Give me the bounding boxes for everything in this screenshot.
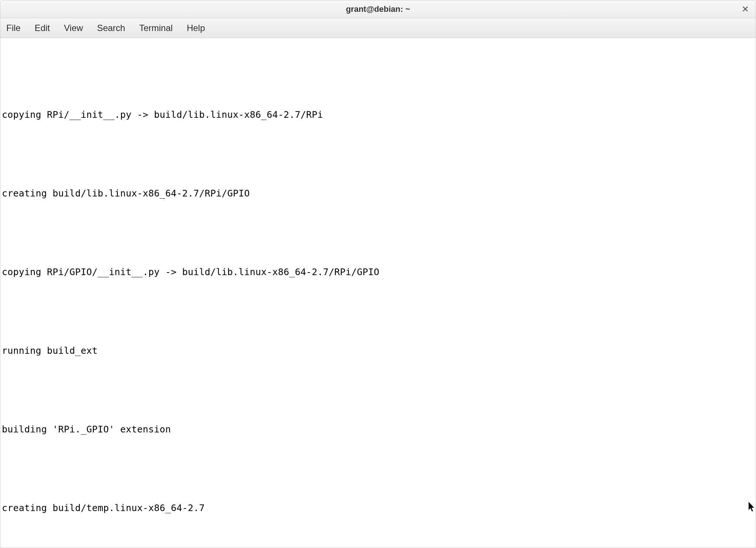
terminal-window: grant@debian: ~ ✕ File Edit View Search … bbox=[0, 0, 756, 548]
terminal-line: creating build/temp.linux-x86_64-2.7 bbox=[2, 501, 754, 515]
window-title: grant@debian: ~ bbox=[346, 4, 410, 14]
terminal-line bbox=[2, 147, 754, 161]
terminal-line: copying RPi/__init__.py -> build/lib.lin… bbox=[2, 108, 754, 121]
terminal-line bbox=[2, 462, 754, 475]
terminal-line bbox=[2, 69, 754, 82]
terminal-line bbox=[2, 226, 754, 239]
menu-view[interactable]: View bbox=[62, 21, 85, 35]
terminal-line: running build_ext bbox=[2, 344, 754, 357]
close-icon[interactable]: ✕ bbox=[742, 5, 749, 14]
menu-edit[interactable]: Edit bbox=[33, 21, 52, 35]
terminal-line: copying RPi/GPIO/__init__.py -> build/li… bbox=[2, 266, 754, 279]
menubar: File Edit View Search Terminal Help bbox=[0, 18, 756, 38]
terminal-line: creating build/lib.linux-x86_64-2.7/RPi/… bbox=[2, 187, 754, 200]
terminal-line: building 'RPi._GPIO' extension bbox=[2, 423, 754, 436]
menu-file[interactable]: File bbox=[4, 21, 23, 35]
terminal-output[interactable]: copying RPi/__init__.py -> build/lib.lin… bbox=[0, 38, 756, 548]
terminal-line bbox=[2, 541, 754, 548]
terminal-line bbox=[2, 383, 754, 397]
menu-search[interactable]: Search bbox=[95, 21, 127, 35]
terminal-line bbox=[2, 305, 754, 318]
titlebar: grant@debian: ~ ✕ bbox=[0, 0, 756, 18]
menu-terminal[interactable]: Terminal bbox=[137, 21, 175, 35]
menu-help[interactable]: Help bbox=[184, 21, 207, 35]
